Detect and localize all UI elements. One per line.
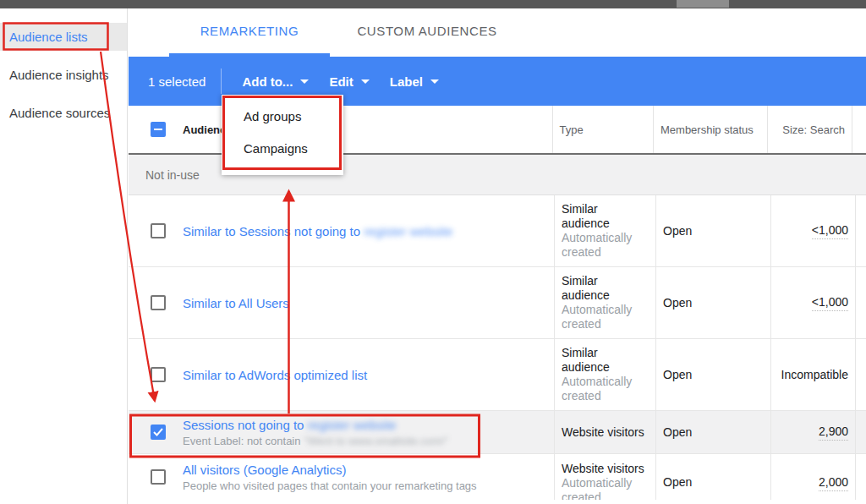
type-text: Website visitors	[562, 462, 649, 476]
header-size-search: Size: Search	[767, 106, 852, 153]
selected-count: 1 selected	[148, 74, 206, 89]
tab-remarketing[interactable]: REMARKETING	[169, 8, 330, 53]
audience-link[interactable]: Similar to Sessions not going to registe…	[183, 224, 452, 238]
table-row-selected[interactable]: Sessions not going to register website E…	[129, 411, 866, 454]
table-row[interactable]: Similar to AdWords optimized list Simila…	[129, 339, 866, 411]
select-all-checkbox-indeterminate[interactable]	[151, 122, 166, 137]
type-cell: Website visitors	[554, 411, 655, 453]
size-cell: 2,900	[770, 411, 855, 453]
row-checkbox[interactable]	[151, 469, 166, 485]
checkmark-icon	[153, 428, 163, 436]
sidebar-item-label: Audience insights	[9, 68, 109, 82]
audience-link[interactable]: Sessions not going to register website	[183, 418, 448, 432]
edit-button[interactable]: Edit	[329, 74, 369, 89]
caret-down-icon	[300, 79, 309, 84]
audience-cell: Similar to All Users	[129, 267, 554, 338]
row-spacer	[855, 267, 866, 338]
browser-chrome-bar	[0, 0, 866, 8]
audience-cell: All visitors (Google Analytics) People w…	[129, 454, 554, 500]
add-to-label: Add to...	[242, 74, 293, 89]
size-cell: <1,000	[770, 267, 855, 338]
audience-cell: Sessions not going to register website E…	[129, 411, 554, 453]
audience-description: Event Label: not contain "Went to www.sm…	[183, 435, 448, 447]
tab-custom-audiences[interactable]: CUSTOM AUDIENCES	[338, 8, 516, 53]
membership-cell: Open	[655, 267, 770, 338]
sidebar-item-label: Audience sources	[9, 106, 110, 120]
redacted-text: register website	[308, 418, 397, 432]
actionbar-divider	[221, 68, 222, 94]
row-spacer	[855, 454, 866, 500]
tab-label: CUSTOM AUDIENCES	[357, 24, 496, 38]
add-to-dropdown-menu: Ad groups Campaigns	[222, 95, 343, 175]
type-cell: Similar audience Automatically created	[554, 267, 655, 338]
type-subtext: Automatically created	[562, 375, 649, 403]
row-checkbox[interactable]	[151, 223, 166, 238]
row-spacer	[855, 195, 866, 266]
redacted-text: "Went to www.smallsite.com/"	[304, 435, 448, 447]
membership-cell: Open	[655, 454, 770, 500]
tab-label: REMARKETING	[200, 24, 299, 38]
type-subtext: Automatically created	[562, 476, 649, 500]
section-label: Not in-use	[145, 168, 200, 182]
row-checkbox[interactable]	[151, 367, 166, 382]
size-cell: Incompatible	[770, 339, 855, 410]
membership-cell: Open	[655, 195, 770, 266]
label-button[interactable]: Label	[390, 74, 439, 89]
edit-label: Edit	[329, 74, 353, 89]
sidebar-item-audience-sources[interactable]: Audience sources	[0, 98, 127, 127]
type-text: Similar audience	[562, 202, 649, 231]
row-checkbox-checked[interactable]	[151, 425, 166, 440]
audience-link-text: Similar to Sessions not going to	[183, 224, 360, 238]
table-row[interactable]: Similar to All Users Similar audience Au…	[129, 267, 866, 339]
browser-tab-remnant	[677, 0, 729, 8]
size-value[interactable]: <1,000	[812, 223, 848, 239]
sidebar-item-audience-lists[interactable]: Audience lists	[0, 23, 127, 51]
audience-link-text: Sessions not going to	[183, 418, 304, 432]
menu-item-campaigns[interactable]: Campaigns	[222, 132, 343, 164]
audience-description: People who visited pages that contain yo…	[183, 479, 477, 492]
row-spacer	[855, 411, 866, 453]
sidebar-item-audience-insights[interactable]: Audience insights	[0, 60, 127, 89]
add-to-button[interactable]: Add to...	[242, 74, 309, 89]
size-cell: <1,000	[770, 195, 855, 266]
audience-link[interactable]: Similar to All Users	[183, 296, 289, 310]
type-cell: Website visitors Automatically created	[554, 454, 655, 500]
indeterminate-icon	[154, 129, 162, 130]
row-checkbox[interactable]	[151, 295, 166, 310]
description-text: Event Label: not contain	[183, 435, 301, 447]
caret-down-icon	[430, 79, 439, 84]
type-subtext: Automatically created	[562, 231, 649, 260]
sidebar: Audience lists Audience insights Audienc…	[0, 8, 128, 504]
table-row[interactable]: All visitors (Google Analytics) People w…	[129, 454, 866, 500]
audience-cell: Similar to Sessions not going to registe…	[129, 195, 554, 266]
size-value[interactable]: 2,900	[819, 425, 848, 441]
membership-cell: Open	[655, 411, 770, 453]
header-spacer	[852, 106, 866, 153]
audience-cell: Similar to AdWords optimized list	[129, 339, 554, 410]
caret-down-icon	[361, 79, 370, 84]
size-value[interactable]: <1,000	[812, 295, 848, 311]
type-cell: Similar audience Automatically created	[554, 339, 655, 410]
menu-item-ad-groups[interactable]: Ad groups	[222, 100, 343, 132]
header-type: Type	[552, 106, 653, 153]
type-text: Similar audience	[562, 274, 649, 303]
tabbar: REMARKETING CUSTOM AUDIENCES	[129, 8, 866, 57]
size-cell: 2,000	[770, 454, 855, 500]
audience-link[interactable]: All visitors (Google Analytics)	[183, 463, 477, 477]
redacted-text: register website	[364, 224, 452, 238]
sidebar-item-label: Audience lists	[9, 30, 88, 44]
label-label: Label	[390, 74, 423, 89]
header-membership-status: Membership status	[653, 106, 767, 153]
type-subtext: Automatically created	[562, 303, 649, 331]
type-cell: Similar audience Automatically created	[554, 195, 655, 266]
type-text: Similar audience	[562, 346, 649, 375]
size-value[interactable]: 2,000	[819, 475, 848, 491]
audience-link[interactable]: Similar to AdWords optimized list	[183, 368, 367, 382]
table-row[interactable]: Similar to Sessions not going to registe…	[129, 195, 866, 267]
row-spacer	[855, 339, 866, 410]
membership-cell: Open	[655, 339, 770, 410]
